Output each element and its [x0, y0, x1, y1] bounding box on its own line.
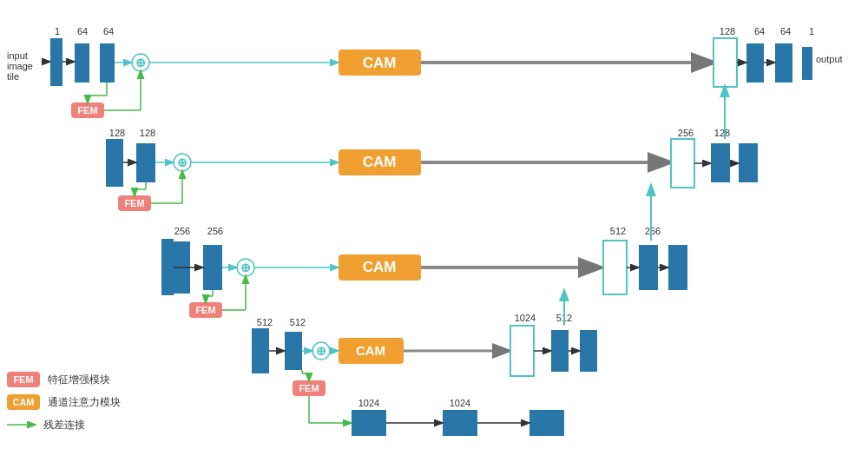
r1-block3: [100, 43, 115, 83]
out-block1: [713, 38, 737, 87]
r4-out-block3: [580, 330, 597, 372]
r1-block1: [50, 38, 62, 86]
legend-cam-desc: 通道注意力模块: [48, 396, 121, 408]
r1-plus-sign: ⊕: [135, 56, 146, 69]
input-label: input: [7, 50, 28, 61]
r3-out-block3: [668, 245, 687, 290]
r1-num1: 1: [55, 26, 60, 36]
out-num3: 64: [780, 26, 791, 36]
r1-fem-label: FEM: [77, 105, 97, 116]
r4-block2: [285, 332, 302, 370]
input-label3: tile: [7, 71, 19, 82]
r5-num1: 1024: [358, 398, 379, 408]
out-num2: 64: [754, 26, 765, 36]
r1-num3: 64: [103, 26, 114, 36]
r4-block1: [252, 328, 269, 373]
r2-block2: [136, 143, 155, 182]
legend-fem-desc: 特征增强模块: [48, 373, 110, 386]
r2-out-block1: [671, 139, 694, 188]
r3-block2: [203, 245, 222, 290]
out-num1: 128: [720, 26, 735, 36]
r1-block2: [75, 43, 89, 83]
r2-num1: 128: [109, 128, 125, 138]
r4-num2: 512: [290, 317, 306, 327]
r2-cam-label: CAM: [363, 154, 397, 170]
r2-num2: 128: [140, 128, 155, 138]
r3-fem-label: FEM: [195, 305, 215, 315]
r2-plus-sign: ⊕: [177, 155, 187, 169]
r4-out-num1: 1024: [515, 313, 536, 323]
r3-out-num2: 256: [645, 226, 661, 236]
r4-cam-label: CAM: [356, 343, 385, 358]
r2-out-block3: [739, 143, 758, 182]
r5-block2: [443, 410, 477, 436]
r3-cam-label: CAM: [363, 259, 397, 275]
r4-out-block2: [551, 330, 569, 372]
r4-plus-sign: ⊕: [316, 344, 326, 358]
out-block2: [746, 43, 764, 83]
r2-block1: [106, 139, 123, 187]
out-block3: [775, 43, 792, 83]
r2-out-block2: [711, 143, 730, 182]
input-label2: image: [7, 61, 33, 71]
out-block4: [802, 47, 812, 80]
r2-out-num1: 256: [678, 128, 694, 138]
r3-out-num1: 512: [610, 226, 626, 236]
legend-cam-label: CAM: [12, 397, 34, 407]
r3-out-block2: [639, 245, 658, 290]
out-num4: 1: [809, 26, 814, 36]
r1-num2: 64: [77, 26, 88, 36]
r5-block3: [529, 410, 564, 436]
r4-out-block1: [510, 326, 534, 376]
r5-num2: 1024: [450, 398, 470, 408]
r3-num2: 256: [207, 226, 223, 236]
r2-out-num2: 128: [714, 128, 730, 138]
r3-num1: 256: [174, 226, 190, 236]
r3-plus-sign: ⊕: [240, 261, 251, 274]
r1-cam-label: CAM: [363, 55, 397, 71]
r2-fem-label: FEM: [124, 198, 144, 208]
legend-arrow-desc: 残差连接: [43, 419, 85, 431]
legend-fem-label: FEM: [13, 374, 33, 385]
r4-fem-label: FEM: [299, 383, 319, 393]
architecture-diagram: input image tile 1 64 64 ⊕ FEM CAM 128 6…: [0, 0, 868, 449]
r3-out-block1: [603, 241, 627, 294]
output-label: output: [816, 54, 843, 64]
r4-num1: 512: [257, 317, 273, 327]
r5-block1: [352, 410, 386, 436]
